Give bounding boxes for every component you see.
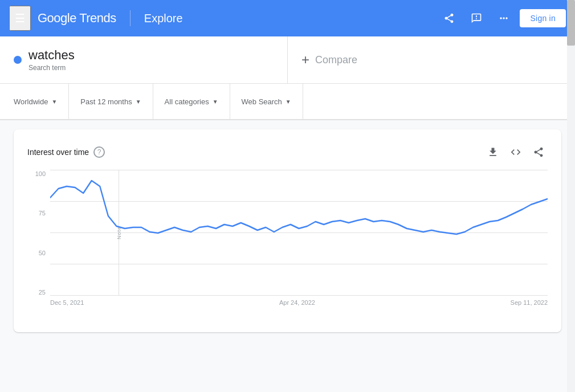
term-type: Search term xyxy=(28,64,75,72)
term-info: watches Search term xyxy=(28,48,75,72)
embed-button[interactable] xyxy=(507,143,525,161)
compare-label: Compare xyxy=(315,54,357,66)
help-icon[interactable]: ? xyxy=(93,146,105,158)
category-dropdown-icon: ▼ xyxy=(213,99,218,105)
search-section: watches Search term + Compare xyxy=(0,36,575,84)
chart-container: 25 50 75 100 Note xyxy=(27,170,548,318)
y-label-2: 75 xyxy=(27,210,50,217)
share-icon[interactable] xyxy=(438,7,460,30)
sign-in-button[interactable]: Sign in xyxy=(520,9,566,27)
x-label-1: Apr 24, 2022 xyxy=(279,299,315,306)
category-label: All categories xyxy=(165,97,209,106)
x-label-0: Dec 5, 2021 xyxy=(50,299,84,306)
apps-icon[interactable] xyxy=(492,7,515,30)
download-button[interactable] xyxy=(484,143,502,161)
explore-label: Explore xyxy=(144,12,183,25)
header-actions: Sign in xyxy=(438,7,566,30)
search-term-panel: watches Search term xyxy=(0,36,288,83)
share-chart-button[interactable] xyxy=(529,143,548,161)
y-label-3: 100 xyxy=(27,170,50,177)
trend-line-chart xyxy=(50,170,548,296)
chart-area: Note xyxy=(50,170,548,296)
time-range-filter[interactable]: Past 12 months ▼ xyxy=(69,84,153,119)
location-dropdown-icon: ▼ xyxy=(51,99,57,105)
term-name: watches xyxy=(28,48,75,63)
header-divider xyxy=(130,10,131,26)
interest-over-time-card: Interest over time ? 25 xyxy=(14,129,561,332)
search-type-dropdown-icon: ▼ xyxy=(286,99,291,105)
logo-text: Google Trends xyxy=(38,11,116,26)
logo-link[interactable]: Google Trends xyxy=(38,11,116,26)
y-label-1: 50 xyxy=(27,250,50,256)
search-type-label: Web Search xyxy=(242,97,282,106)
card-header: Interest over time ? xyxy=(27,143,548,161)
x-axis: Dec 5, 2021 Apr 24, 2022 Sep 11, 2022 xyxy=(50,299,548,306)
main-content: Interest over time ? 25 xyxy=(0,120,575,350)
app-header: ☰ Google Trends Explore Sign in xyxy=(0,0,575,36)
card-actions xyxy=(484,143,548,161)
time-range-dropdown-icon: ▼ xyxy=(136,99,141,105)
compare-panel[interactable]: + Compare xyxy=(288,36,575,83)
feedback-icon[interactable] xyxy=(465,7,488,30)
term-color-dot xyxy=(14,56,22,64)
filters-bar: Worldwide ▼ Past 12 months ▼ All categor… xyxy=(0,84,575,120)
scrollbar[interactable] xyxy=(567,0,575,350)
scrollbar-thumb[interactable] xyxy=(567,0,575,46)
compare-plus-icon: + xyxy=(301,52,309,68)
card-title-row: Interest over time ? xyxy=(27,146,105,158)
location-label: Worldwide xyxy=(14,97,48,106)
location-filter[interactable]: Worldwide ▼ xyxy=(14,84,69,119)
card-title: Interest over time xyxy=(27,148,89,157)
search-type-filter[interactable]: Web Search ▼ xyxy=(230,84,303,119)
time-range-label: Past 12 months xyxy=(80,97,132,106)
x-label-2: Sep 11, 2022 xyxy=(511,299,548,306)
y-axis: 25 50 75 100 xyxy=(27,170,50,296)
y-label-0: 25 xyxy=(27,289,50,296)
category-filter[interactable]: All categories ▼ xyxy=(153,84,230,119)
menu-icon[interactable]: ☰ xyxy=(9,6,31,31)
